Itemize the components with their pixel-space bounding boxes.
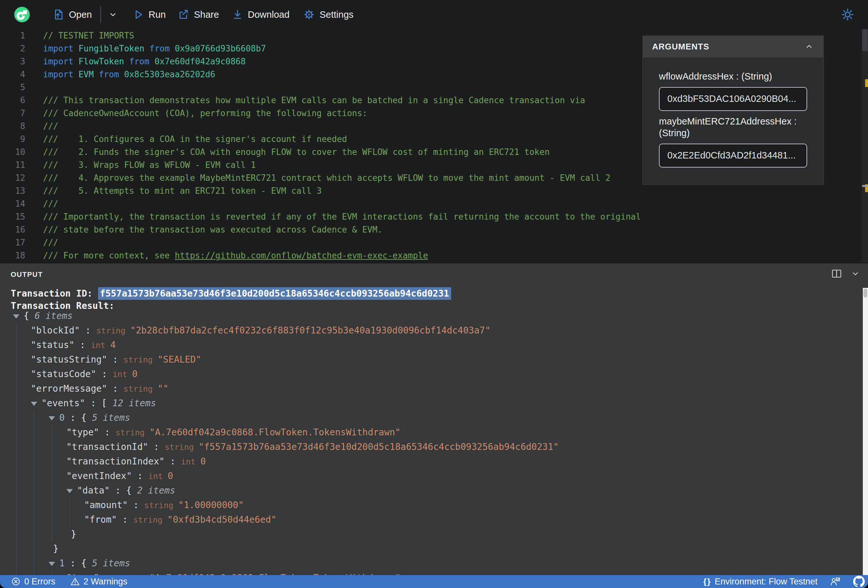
caret-down-icon[interactable]: [49, 416, 55, 420]
line-number: 9: [0, 133, 25, 146]
editor-scrollbar-thumb[interactable]: [862, 29, 868, 51]
open-button[interactable]: Open: [53, 9, 92, 20]
indent-guide: [16, 337, 17, 352]
indent-guide: [52, 498, 52, 512]
line-number: 8: [0, 120, 25, 133]
indent-guide: [52, 439, 52, 454]
arguments-panel-header[interactable]: ARGUMENTS: [642, 35, 824, 57]
warning-ruler-mark: [865, 79, 868, 87]
json-tree-row: "eventIndex" : int 0: [0, 469, 862, 483]
caret-down-icon[interactable]: [49, 562, 55, 566]
indent-guide: [34, 454, 35, 469]
feedback-person-icon[interactable]: [830, 576, 841, 587]
indent-guide: [16, 323, 17, 337]
json-tree-row: "transactionIndex" : int 0: [0, 454, 862, 469]
code-text: ///: [43, 236, 58, 249]
indent-guide: [34, 439, 35, 454]
share-button[interactable]: Share: [178, 9, 219, 20]
indent-guide: [34, 512, 35, 527]
code-line: 17///: [0, 236, 868, 249]
errors-status[interactable]: 0 Errors: [11, 577, 55, 587]
caret-down-icon[interactable]: [31, 402, 37, 406]
line-number: 4: [0, 68, 25, 81]
transaction-id-row: Transaction ID: f557a1573b76aa53e73d46f3…: [11, 288, 451, 299]
github-icon[interactable]: [853, 576, 865, 587]
indent-guide: [34, 410, 35, 425]
json-tree-row: "statusString" : string "SEALED": [0, 352, 862, 367]
indent-guide: [16, 396, 17, 410]
caret-down-icon[interactable]: [66, 489, 73, 493]
indent-guide: [34, 527, 35, 541]
line-number: 7: [0, 107, 25, 120]
indent-guide: [34, 469, 35, 483]
line-number: 16: [0, 223, 25, 236]
json-tree-row: 1 : { 5 items: [0, 556, 862, 570]
indent-guide: [34, 498, 35, 512]
indent-guide: [16, 381, 17, 396]
open-file-icon: [53, 9, 64, 20]
environment-status[interactable]: {} Environment: Flow Testnet: [703, 577, 818, 587]
json-tree-row: "statusCode" : int 0: [0, 367, 862, 381]
indent-guide: [52, 527, 52, 541]
settings-button[interactable]: Settings: [303, 9, 354, 21]
open-dropdown-chevron-icon[interactable]: [108, 10, 118, 19]
flow-logo-icon[interactable]: [14, 7, 30, 22]
code-text: /// 4. Approves the example MaybeMintERC…: [43, 171, 610, 184]
code-line: 18/// For more context, see https://gith…: [0, 249, 868, 262]
indent-guide: [52, 512, 52, 527]
open-label: Open: [69, 9, 92, 20]
indent-guide: [16, 439, 17, 454]
indent-guide: [16, 425, 17, 439]
code-text: // TESTNET IMPORTS: [43, 29, 134, 42]
warnings-status[interactable]: 2 Warnings: [70, 577, 127, 587]
arguments-panel: ARGUMENTS wflowAddressHex : (String)mayb…: [642, 35, 824, 185]
json-tree-row: { 6 items: [0, 308, 862, 323]
split-panel-icon[interactable]: [831, 268, 842, 279]
line-number: 18: [0, 249, 25, 262]
collapse-output-chevron-icon[interactable]: [850, 269, 860, 279]
share-icon: [178, 9, 189, 20]
collapse-chevron-up-icon[interactable]: [804, 42, 814, 52]
line-number: 1: [0, 29, 25, 42]
caret-down-icon[interactable]: [13, 314, 19, 318]
errors-count: 0 Errors: [24, 577, 55, 587]
indent-guide: [34, 483, 35, 498]
output-scrollbar[interactable]: [863, 288, 868, 575]
line-number: 2: [0, 42, 25, 55]
braces-icon: {}: [703, 577, 711, 587]
error-icon: [11, 577, 21, 587]
transaction-result-json-tree: { 6 items"blockId" : string "2b28cbfb87d…: [0, 308, 862, 575]
argument-input[interactable]: [659, 144, 807, 168]
line-number: 3: [0, 55, 25, 68]
code-line: 13/// 5. Attempts to mint an ERC721 toke…: [0, 184, 868, 197]
download-button[interactable]: Download: [232, 9, 290, 20]
run-icon: [133, 9, 144, 20]
warnings-count: 2 Warnings: [84, 577, 127, 587]
indent-guide: [34, 541, 35, 556]
indent-guide: [16, 367, 17, 381]
download-label: Download: [248, 9, 290, 20]
transaction-id-value: f557a1573b76aa53e73d46f3e10d200d5c18a653…: [98, 287, 451, 300]
line-number: 11: [0, 159, 25, 171]
json-tree-row: "type" : string "A.7e60df042a9c0868.Flow…: [0, 570, 862, 575]
arguments-panel-body: wflowAddressHex : (String)maybeMintERC72…: [642, 57, 824, 185]
indent-guide: [52, 469, 52, 483]
indent-guide: [52, 454, 52, 469]
indent-guide: [34, 425, 35, 439]
code-text: import FungibleToken from 0x9a0766d93b66…: [43, 42, 266, 55]
indent-guide: [69, 512, 70, 527]
code-line: 15/// Importantly, the transaction is re…: [0, 210, 868, 223]
json-tree-row: "blockId" : string "2b28cbfb87da2cfec4f0…: [0, 323, 862, 337]
indent-guide: [34, 556, 35, 570]
indent-guide: [16, 512, 17, 527]
indent-guide: [69, 498, 70, 512]
json-tree-row: }: [0, 541, 862, 556]
indent-guide: [16, 483, 17, 498]
editor-scrollbar[interactable]: [862, 29, 868, 262]
run-button[interactable]: Run: [133, 9, 166, 20]
light-theme-sun-icon[interactable]: [841, 8, 855, 21]
argument-input[interactable]: [659, 87, 807, 111]
toolbar: Open Run Share Download: [0, 0, 868, 29]
indent-guide: [16, 454, 17, 469]
output-scrollbar-thumb[interactable]: [864, 289, 867, 298]
